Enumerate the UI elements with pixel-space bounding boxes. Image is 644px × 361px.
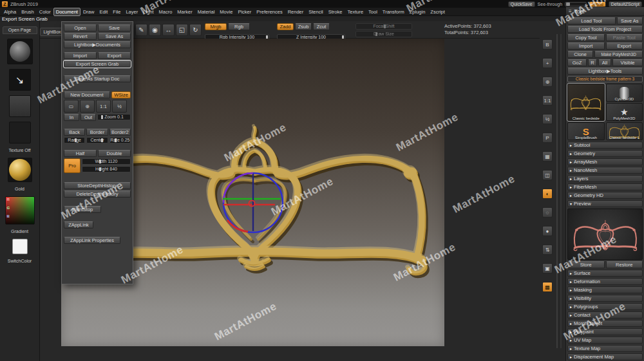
tool-panel-header[interactable]: ≡ Tool (566, 7, 644, 16)
menu-item[interactable]: Macro (156, 8, 175, 16)
tool-thumb-polymesh3d[interactable]: ★ PolyMesh3D (606, 103, 643, 121)
draw-size-slider[interactable]: Draw Size (355, 31, 412, 37)
current-color-swatch[interactable] (12, 239, 28, 254)
menu-item[interactable]: Zscript (428, 8, 448, 16)
copy-tool-button[interactable]: Copy Tool (567, 34, 605, 41)
scale-icon[interactable]: ◱ (176, 24, 188, 36)
save-as-startup-doc-button[interactable]: Save As Startup Doc (64, 75, 131, 82)
quicksave-button[interactable]: QuickSave (508, 1, 535, 7)
slider-knob[interactable] (566, 3, 570, 6)
bpr-icon[interactable]: B (542, 39, 553, 50)
menu-item[interactable]: Draw (80, 8, 97, 16)
mrgb-button[interactable]: Mrgb (205, 23, 227, 30)
transform-gizmo[interactable] (223, 173, 283, 232)
tool-thumb-simplebrush[interactable]: S SimpleBrush (567, 122, 605, 140)
focal-shift-slider[interactable]: Focal Shift (355, 23, 412, 30)
crop-icon[interactable]: ▭ (64, 100, 79, 113)
color-picker[interactable]: R G B (5, 196, 35, 225)
rate-slider[interactable]: Rate 0.25 (109, 137, 131, 143)
menu-item[interactable]: Stencil (306, 8, 326, 16)
menu-item[interactable]: Transform (380, 8, 407, 16)
lightbox-tools-button[interactable]: Lightbox▶Tools (567, 68, 643, 75)
tool-section[interactable]: ▸ FiberMesh (567, 183, 643, 190)
clone-button[interactable]: Clone (567, 51, 593, 58)
range-slider[interactable]: Range 0.5 (64, 137, 85, 143)
frame-icon[interactable]: ▣ (542, 263, 553, 273)
zapplink-button[interactable]: ZAppLink (64, 221, 93, 228)
height-slider[interactable]: Height 840 (82, 166, 131, 172)
paste-tool-button[interactable]: Paste Tool (606, 34, 643, 41)
make-polymesh3d-button[interactable]: Make PolyMesh3D (594, 51, 643, 58)
zoom-slider[interactable]: Zoom 0.1 (97, 114, 131, 120)
tool-section[interactable]: ▸ Morph Target (567, 320, 643, 327)
delete-depth-history-button[interactable]: DeleteDepthHistory (64, 190, 131, 198)
tool-section[interactable]: ▸ Visibility (567, 295, 643, 302)
zoom-in-button[interactable]: In (64, 114, 79, 121)
menu-item[interactable]: File (110, 8, 123, 16)
open-page-tab[interactable]: Open Page (3, 26, 37, 34)
menu-item[interactable]: Zplugin (407, 8, 428, 16)
menu-item[interactable]: Marker (175, 8, 194, 16)
store-button[interactable]: Store (567, 261, 605, 268)
wsize-toggle[interactable]: WSize (111, 91, 131, 98)
zcut-button[interactable]: Zcut (313, 23, 330, 30)
tool-section[interactable]: ▸ NanoMesh (567, 167, 643, 174)
border2-button[interactable]: Border2 (109, 129, 131, 136)
back-button[interactable]: Back (64, 129, 85, 136)
lightbox-documents-button[interactable]: Lightbox▶Documents (64, 41, 131, 48)
menu-item[interactable]: Preferences (254, 8, 285, 16)
polyframe-icon[interactable]: ▩ (542, 282, 553, 292)
border-button[interactable]: Border (86, 129, 108, 136)
tool-section[interactable]: ▸ Subtool (567, 142, 643, 149)
menu-item[interactable]: Material (195, 8, 218, 16)
menu-item[interactable]: Layer (123, 8, 140, 16)
tool-section[interactable]: ▸ Surface (567, 270, 643, 277)
goz-button[interactable]: GoZ (567, 59, 587, 66)
alpha-thumbnail[interactable] (9, 95, 31, 117)
load-tools-from-project-button[interactable]: Load Tools From Project (567, 26, 643, 33)
tool-thumb-classic-bedside-1[interactable]: Classic bedside 1 (606, 122, 643, 140)
new-document-button[interactable]: New Document (64, 91, 110, 98)
paintstop-button[interactable]: PaintStop (64, 206, 101, 213)
menu-item[interactable]: Brush (19, 8, 37, 16)
tool-section[interactable]: ▸ Displacement Map (567, 353, 643, 360)
export-button[interactable]: Export (98, 52, 131, 59)
ghost-icon[interactable]: ◌ (542, 207, 553, 218)
zsub-button[interactable]: Zsub (295, 23, 312, 30)
goz-visible-button[interactable]: Visible (612, 59, 643, 66)
draw-icon[interactable]: ◉ (149, 24, 161, 36)
load-tool-button[interactable]: Load Tool (567, 17, 616, 24)
stroke-type-thumbnail[interactable]: ↘ (9, 69, 31, 91)
tool-import-button[interactable]: Import (567, 42, 605, 50)
store-depth-history-button[interactable]: StoreDepthHistory (64, 182, 131, 189)
menu-toggle-button[interactable]: Menu (589, 1, 606, 7)
xpose-icon[interactable]: ⇅ (542, 245, 553, 255)
zoom-out-button[interactable]: Out (80, 114, 96, 121)
solo-icon[interactable]: ● (542, 226, 553, 236)
tool-thumb-classic-bedside[interactable]: Classic bedside (567, 84, 605, 121)
export-screen-grab-button[interactable]: Export Screen Grab (64, 60, 131, 68)
menu-item[interactable]: Document (53, 8, 80, 16)
rgb-button[interactable]: Rgb (228, 23, 250, 30)
tool-section[interactable]: ▸ Masking (567, 286, 643, 293)
default-zscript-button[interactable]: DefaultZScript (609, 1, 642, 7)
actual-size-icon[interactable]: 1:1 (542, 95, 553, 106)
menu-item[interactable]: Light (140, 8, 156, 16)
tool-section[interactable]: ▸ ArrayMesh (567, 158, 643, 165)
tool-section[interactable]: ▸ Deformation (567, 278, 643, 285)
goz-all-button[interactable]: All (598, 59, 611, 66)
gradient-label[interactable]: Gradient (11, 229, 28, 234)
center-slider[interactable]: Center 0.7 (86, 137, 108, 143)
aa-half-icon[interactable]: ½ (112, 100, 127, 113)
menu-item[interactable]: Edit (97, 8, 110, 16)
rotate-icon[interactable]: ↻ (189, 24, 202, 36)
persp-icon[interactable]: P (542, 133, 553, 143)
menu-item[interactable]: Alpha (1, 8, 19, 16)
tool-section[interactable]: ▸ Contact (567, 311, 643, 319)
actual-size-icon[interactable]: 1:1 (96, 100, 111, 113)
menu-item[interactable]: Tool (366, 8, 380, 16)
goz-r-button[interactable]: R (588, 59, 597, 66)
tool-section[interactable]: ▸ Polypaint (567, 328, 643, 335)
tool-section[interactable]: ▸ Texture Map (567, 345, 643, 352)
menu-item[interactable]: Picker (235, 8, 254, 16)
